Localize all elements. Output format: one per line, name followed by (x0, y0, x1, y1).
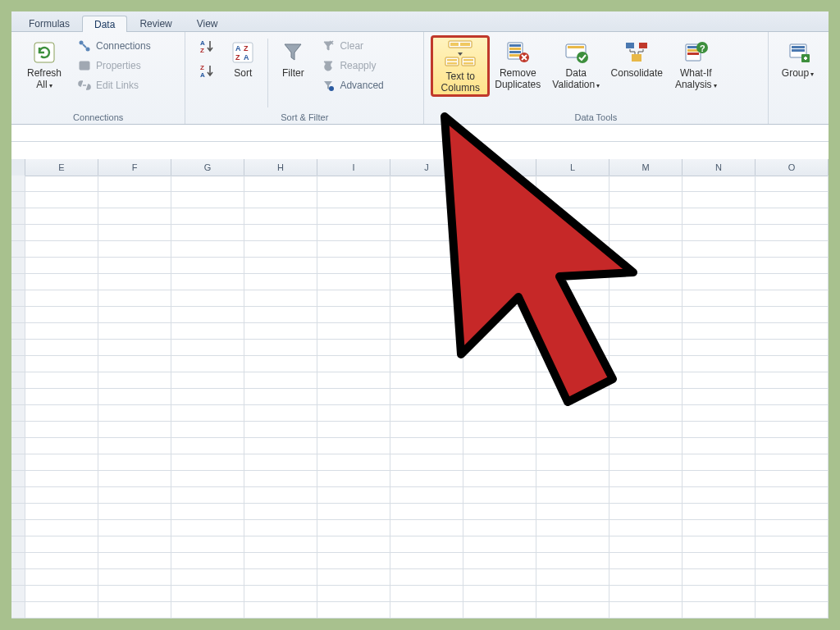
cell[interactable] (682, 569, 756, 586)
cell[interactable] (756, 536, 829, 553)
cell[interactable] (463, 258, 536, 274)
cell[interactable] (171, 307, 244, 323)
cell[interactable] (390, 307, 463, 323)
cell[interactable] (536, 258, 609, 274)
cell[interactable] (98, 290, 171, 307)
cell[interactable] (244, 569, 317, 586)
cell[interactable] (25, 471, 98, 487)
cell[interactable] (171, 553, 244, 569)
cell[interactable] (390, 208, 463, 225)
cell[interactable] (609, 274, 682, 290)
cell[interactable] (390, 176, 463, 192)
cell[interactable] (536, 356, 609, 372)
cell[interactable] (390, 504, 463, 520)
cell[interactable] (536, 422, 609, 438)
cell[interactable] (609, 225, 682, 241)
connections-button[interactable]: Connections (74, 37, 155, 55)
cell[interactable] (25, 536, 98, 553)
cell[interactable] (756, 192, 829, 208)
cell[interactable] (244, 454, 317, 471)
cell[interactable] (536, 340, 609, 356)
cell[interactable] (244, 471, 317, 487)
cell[interactable] (390, 471, 463, 487)
cell[interactable] (536, 602, 609, 619)
cell[interactable] (463, 225, 536, 241)
cell[interactable] (756, 241, 829, 258)
cell[interactable] (390, 225, 463, 241)
cell[interactable] (756, 323, 829, 340)
cell[interactable] (25, 553, 98, 569)
col-header[interactable]: I (317, 159, 390, 176)
cell[interactable] (682, 176, 756, 192)
cell[interactable] (390, 422, 463, 438)
cell[interactable] (244, 405, 317, 422)
cell[interactable] (390, 323, 463, 340)
cell[interactable] (390, 569, 463, 586)
cell[interactable] (390, 356, 463, 372)
cell[interactable] (390, 454, 463, 471)
cell[interactable] (317, 176, 390, 192)
cell[interactable] (536, 536, 609, 553)
cell[interactable] (25, 356, 98, 372)
cell[interactable] (244, 241, 317, 258)
cell[interactable] (25, 602, 98, 619)
cell[interactable] (463, 340, 536, 356)
cell[interactable] (171, 372, 244, 389)
cell[interactable] (682, 356, 756, 372)
filter-button[interactable]: Filter (272, 35, 314, 80)
cell[interactable] (463, 290, 536, 307)
cell[interactable] (25, 241, 98, 258)
cell[interactable] (98, 356, 171, 372)
cell[interactable] (317, 422, 390, 438)
cell[interactable] (317, 258, 390, 274)
cell[interactable] (756, 307, 829, 323)
cell[interactable] (244, 323, 317, 340)
cell[interactable] (317, 536, 390, 553)
cell[interactable] (98, 405, 171, 422)
cell[interactable] (171, 208, 244, 225)
cell[interactable] (171, 258, 244, 274)
cell[interactable] (317, 520, 390, 536)
cell[interactable] (98, 487, 171, 504)
cell[interactable] (390, 340, 463, 356)
cell[interactable] (463, 208, 536, 225)
cell[interactable] (317, 290, 390, 307)
cell[interactable] (171, 438, 244, 454)
cell[interactable] (463, 454, 536, 471)
cell[interactable] (390, 438, 463, 454)
cell[interactable] (463, 307, 536, 323)
cell[interactable] (317, 340, 390, 356)
cell[interactable] (244, 274, 317, 290)
cell[interactable] (244, 602, 317, 619)
cell[interactable] (390, 553, 463, 569)
cell[interactable] (682, 422, 756, 438)
cell[interactable] (171, 602, 244, 619)
cell[interactable] (317, 208, 390, 225)
cell[interactable] (756, 520, 829, 536)
cell[interactable] (25, 192, 98, 208)
col-header[interactable]: G (171, 159, 244, 176)
cell[interactable] (536, 323, 609, 340)
cell[interactable] (244, 438, 317, 454)
cell[interactable] (317, 487, 390, 504)
tab-review[interactable]: Review (127, 15, 184, 31)
cell[interactable] (244, 176, 317, 192)
cell[interactable] (609, 258, 682, 274)
cell[interactable] (317, 586, 390, 602)
cell[interactable] (25, 258, 98, 274)
cell[interactable] (171, 454, 244, 471)
cell[interactable] (756, 225, 829, 241)
cell[interactable] (463, 438, 536, 454)
cell[interactable] (25, 176, 98, 192)
cell[interactable] (756, 356, 829, 372)
cell[interactable] (98, 454, 171, 471)
cell[interactable] (682, 389, 756, 405)
cell[interactable] (536, 586, 609, 602)
cell[interactable] (98, 323, 171, 340)
cell[interactable] (244, 504, 317, 520)
cell[interactable] (25, 487, 98, 504)
cell[interactable] (98, 258, 171, 274)
cell[interactable] (390, 405, 463, 422)
cell[interactable] (756, 602, 829, 619)
cell[interactable] (682, 307, 756, 323)
